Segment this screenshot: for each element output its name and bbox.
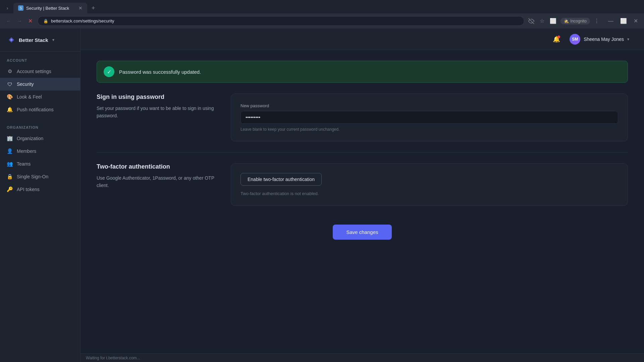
avatar-initials: SM <box>572 37 578 42</box>
sidebar-item-push-notifications[interactable]: 🔔 Push notifications <box>0 103 80 116</box>
brand-name: Better Stack <box>19 37 48 43</box>
sidebar-item-label: Members <box>17 148 36 154</box>
avatar: SM <box>570 34 580 45</box>
twofa-description: Two-factor authentication Use Google Aut… <box>97 163 217 206</box>
api-tokens-icon: 🔑 <box>7 186 13 192</box>
sidebar-item-label: Look & Feel <box>17 94 42 100</box>
address-bar[interactable]: 🔒 betterstack.com/settings/security <box>38 16 524 26</box>
sidebar-item-label: Push notifications <box>17 107 54 112</box>
sidebar-toggle-icon[interactable]: ⬜ <box>548 16 558 25</box>
sidebar-item-look-feel[interactable]: 🎨 Look & Feel <box>0 90 80 103</box>
status-bar: Waiting for t.betterstack.com... <box>80 353 644 362</box>
teams-icon: 👥 <box>7 161 13 167</box>
browser-chrome: › S Security | Better Stack ✕ + ← → ✕ 🔒 … <box>0 0 644 28</box>
tab-favicon: S <box>18 5 23 11</box>
sidebar-item-members[interactable]: 👤 Members <box>0 145 80 158</box>
brand-chevron-icon: ▾ <box>52 38 54 42</box>
maximize-btn[interactable]: ⬜ <box>618 16 629 25</box>
minimize-btn[interactable]: — <box>606 16 615 25</box>
organization-section: ORGANIZATION 🏢 Organization 👤 Members 👥 … <box>0 119 80 198</box>
user-chevron-icon: ▾ <box>627 37 629 42</box>
brand-icon <box>7 35 16 45</box>
browser-tab[interactable]: S Security | Better Stack ✕ <box>13 3 87 13</box>
sidebar-item-label: Single Sign-On <box>17 174 48 179</box>
sidebar-item-organization[interactable]: 🏢 Organization <box>0 132 80 145</box>
password-section-title: Sign in using password <box>97 94 217 101</box>
sidebar-item-label: Security <box>17 81 34 87</box>
tab-bar: › S Security | Better Stack ✕ + <box>0 0 644 13</box>
sidebar-item-teams[interactable]: 👥 Teams <box>0 158 80 170</box>
section-divider <box>97 152 628 153</box>
password-description: Sign in using password Set your password… <box>97 94 217 141</box>
save-row: Save changes <box>97 217 628 245</box>
password-section-text: Set your password if you want to be able… <box>97 105 217 120</box>
account-settings-icon: ⚙ <box>7 68 13 74</box>
sidebar-item-security[interactable]: 🛡 Security <box>0 78 80 90</box>
sidebar-item-label: Account settings <box>17 69 51 74</box>
eye-off-icon[interactable] <box>527 17 536 25</box>
back-btn[interactable]: ← <box>4 16 13 26</box>
org-section-label: ORGANIZATION <box>0 125 80 132</box>
password-form: New password Leave blank to keep your cu… <box>231 94 628 141</box>
password-section: Sign in using password Set your password… <box>97 94 628 141</box>
tab-list-btn[interactable]: › <box>3 3 12 13</box>
success-text: Password was successfully updated. <box>119 69 201 75</box>
twofa-content: Enable two-factor authentication Two-fac… <box>240 173 618 196</box>
incognito-badge: 🕵 Incognito <box>560 18 590 24</box>
notification-dot <box>557 36 560 38</box>
members-icon: 👤 <box>7 148 13 154</box>
twofa-form: Enable two-factor authentication Two-fac… <box>231 163 628 206</box>
user-menu[interactable]: SM Sheena May Jones ▾ <box>566 32 633 47</box>
new-tab-btn[interactable]: + <box>89 3 98 13</box>
sidebar-item-account-settings[interactable]: ⚙ Account settings <box>0 65 80 78</box>
tab-close-btn[interactable]: ✕ <box>78 5 83 11</box>
address-bar-row: ← → ✕ 🔒 betterstack.com/settings/securit… <box>0 13 644 28</box>
tab-title: Security | Better Stack <box>26 6 69 11</box>
sidebar-item-sso[interactable]: 🔒 Single Sign-On <box>0 170 80 183</box>
brand-logo[interactable]: Better Stack ▾ <box>7 35 54 45</box>
twofa-section-text: Use Google Authenticator, 1Password, or … <box>97 174 217 189</box>
sidebar-item-label: Organization <box>17 136 43 141</box>
sidebar-item-label: Teams <box>17 161 31 167</box>
reload-btn[interactable]: ✕ <box>25 16 35 26</box>
password-input[interactable] <box>240 111 618 124</box>
sso-icon: 🔒 <box>7 174 13 180</box>
password-hint: Leave blank to keep your current passwor… <box>240 127 618 132</box>
sidebar-item-label: API tokens <box>17 187 40 192</box>
enable-2fa-button[interactable]: Enable two-factor authentication <box>240 173 322 186</box>
window-controls: — ⬜ ✕ <box>606 16 640 25</box>
user-name: Sheena May Jones <box>584 37 624 42</box>
app: Better Stack ▾ ACCOUNT ⚙ Account setting… <box>0 28 644 362</box>
security-icon: 🛡 <box>7 81 13 87</box>
incognito-label: Incognito <box>570 19 587 23</box>
twofa-section-title: Two-factor authentication <box>97 163 217 170</box>
nav-buttons: ← → ✕ <box>4 16 35 26</box>
success-icon: ✓ <box>104 66 114 77</box>
header-right: 🔔 SM Sheena May Jones ▾ <box>553 32 633 47</box>
twofa-status-text: Two-factor authentication is not enabled… <box>240 191 618 196</box>
enable-2fa-label: Enable two-factor authentication <box>248 177 315 182</box>
password-label: New password <box>240 103 618 108</box>
star-icon[interactable]: ☆ <box>538 16 546 25</box>
forward-btn[interactable]: → <box>15 16 24 26</box>
account-section-label: ACCOUNT <box>0 58 80 65</box>
save-changes-label: Save changes <box>346 229 378 235</box>
look-feel-icon: 🎨 <box>7 94 13 100</box>
browser-actions: ☆ ⬜ 🕵 Incognito ⋮ <box>527 16 601 25</box>
sidebar-header: Better Stack ▾ <box>0 28 80 52</box>
main-content: 🔔 SM Sheena May Jones ▾ ✓ Password was s… <box>80 28 644 362</box>
more-options-btn[interactable]: ⋮ <box>593 16 601 25</box>
organization-icon: 🏢 <box>7 135 13 141</box>
sidebar-item-api-tokens[interactable]: 🔑 API tokens <box>0 183 80 196</box>
content-area: ✓ Password was successfully updated. Sig… <box>80 50 644 353</box>
notifications-btn[interactable]: 🔔 <box>553 36 560 43</box>
success-banner: ✓ Password was successfully updated. <box>97 61 628 83</box>
top-header: 🔔 SM Sheena May Jones ▾ <box>80 28 644 50</box>
lock-icon: 🔒 <box>43 19 48 23</box>
sidebar: Better Stack ▾ ACCOUNT ⚙ Account setting… <box>0 28 80 362</box>
incognito-icon: 🕵 <box>564 19 569 23</box>
twofa-section: Two-factor authentication Use Google Aut… <box>97 163 628 206</box>
url-text: betterstack.com/settings/security <box>51 18 114 23</box>
save-changes-button[interactable]: Save changes <box>333 225 391 240</box>
close-btn[interactable]: ✕ <box>632 16 640 25</box>
